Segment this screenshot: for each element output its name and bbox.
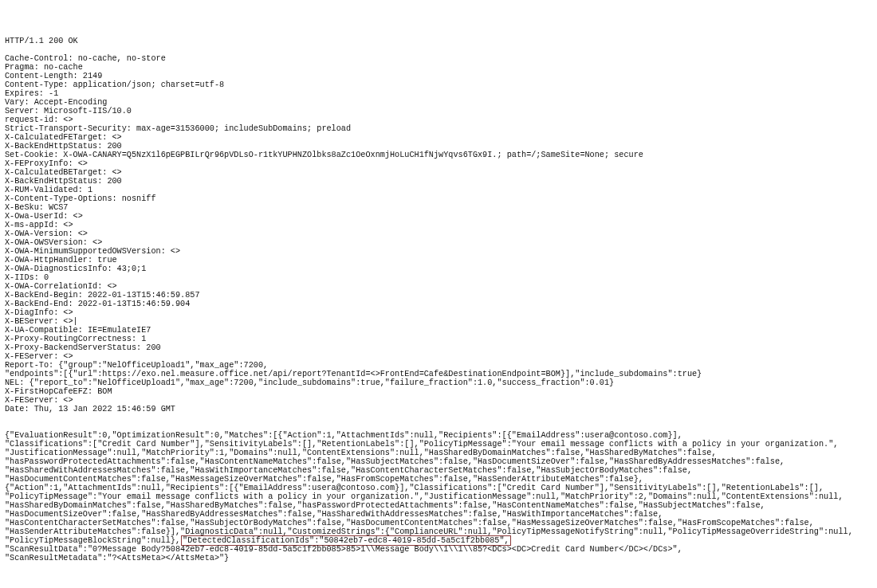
json-body-pre: {"EvaluationResult":0,"OptimizationResul… xyxy=(5,431,853,545)
http-status-line: HTTP/1.1 200 OK xyxy=(5,37,78,45)
json-body-post: "ScanResultData":"0?Message Body?50842eb… xyxy=(5,545,682,563)
http-headers: Cache-Control: no-cache, no-store Pragma… xyxy=(5,54,702,414)
